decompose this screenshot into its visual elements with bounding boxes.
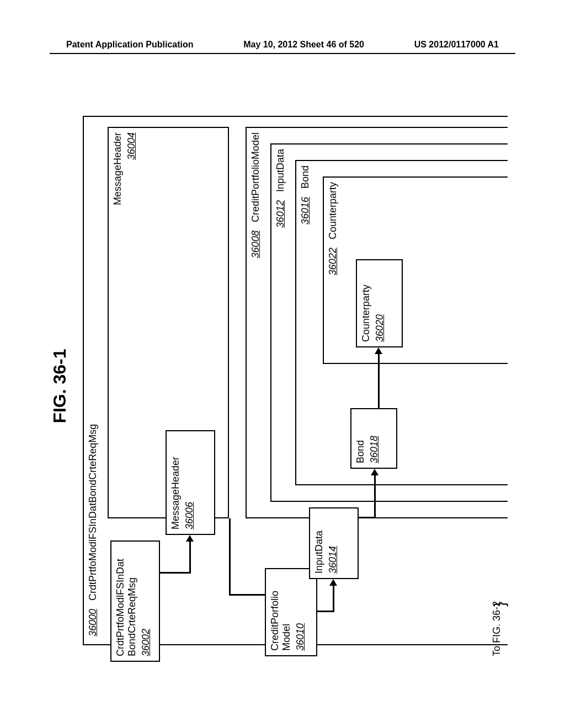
label-36010-line2: Model [281, 574, 292, 651]
arrow-36010-right [333, 586, 334, 612]
conn-36004-36010-h [229, 518, 231, 596]
num-36014: 36014 [327, 513, 339, 574]
label-36006: MessageHeader [170, 436, 182, 529]
num-36016: 36016 [300, 197, 311, 224]
figure-stage: FIG. 36-1 36000 CrdtPrtfoModlFSInDatBond… [50, 94, 515, 678]
box-36002: CrdtPrtfoModlFSInDat BondCrteReqMsg 3600… [110, 540, 160, 662]
arrowhead-36018 [371, 469, 379, 475]
label-36008: CreditPortfolioModel [250, 132, 261, 222]
num-36002: 36002 [140, 546, 152, 656]
figure-rotated-canvas: FIG. 36-1 36000 CrdtPrtfoModlFSInDatBond… [50, 94, 515, 678]
conn-36004-36010 [229, 595, 265, 596]
figure-title: FIG. 36-1 [50, 349, 70, 423]
box-36020: Counterparty 36020 [356, 259, 403, 347]
arrow-36002-down [160, 572, 190, 574]
arrow-36002-right [189, 542, 191, 574]
header-rule [50, 53, 515, 54]
label-36018: Bond [355, 414, 366, 463]
label-36020: Counterparty [360, 265, 372, 342]
num-36022: 36022 [327, 248, 338, 275]
num-36000: 36000 [87, 609, 98, 636]
label-36004: MessageHeader [112, 132, 123, 205]
label-36010-line1: CreditPorfolio [269, 574, 281, 651]
num-36004: 36004 [126, 132, 137, 513]
num-36018: 36018 [369, 414, 380, 463]
pub-type: Patent Application Publication [66, 40, 194, 50]
num-36020: 36020 [374, 265, 386, 342]
arrowhead-36006 [186, 535, 194, 542]
arrowhead-36014 [329, 579, 337, 586]
pub-number: US 2012/0117000 A1 [414, 40, 499, 50]
num-36008: 36008 [250, 231, 261, 258]
num-36006: 36006 [184, 436, 195, 529]
box-36022: 36022 Counterparty [323, 176, 508, 364]
box-36010: CreditPorfolio Model 36010 [265, 568, 317, 656]
arrow-36014-right [374, 475, 376, 518]
arrowhead-36020 [375, 347, 382, 354]
label-36012: InputData [275, 149, 286, 192]
num-36010: 36010 [295, 574, 306, 651]
label-36014: InputData [313, 513, 325, 574]
num-36012: 36012 [275, 200, 286, 228]
arrow-36018-right [378, 354, 380, 408]
box-36014: InputData 36014 [309, 507, 359, 579]
pub-date: May 10, 2012 Sheet 46 of 520 [243, 40, 364, 50]
label-36016: Bond [300, 165, 311, 189]
continuation-label: To FIG. 36-2 [491, 601, 503, 656]
label-36002-line2: BondCrteReqMsg [126, 546, 138, 656]
label-36002-line1: CrdtPrtfoModlFSInDat [115, 546, 126, 656]
arrow-36010-down [317, 611, 334, 613]
box-36018: Bond 36018 [350, 408, 397, 469]
arrow-36014-down [359, 517, 375, 519]
label-36022: Counterparty [327, 182, 338, 239]
box-36006: MessageHeader 36006 [166, 430, 215, 535]
label-36000: CrdtPrtfoModlFSInDatBondCrteReqMsg [87, 424, 98, 601]
